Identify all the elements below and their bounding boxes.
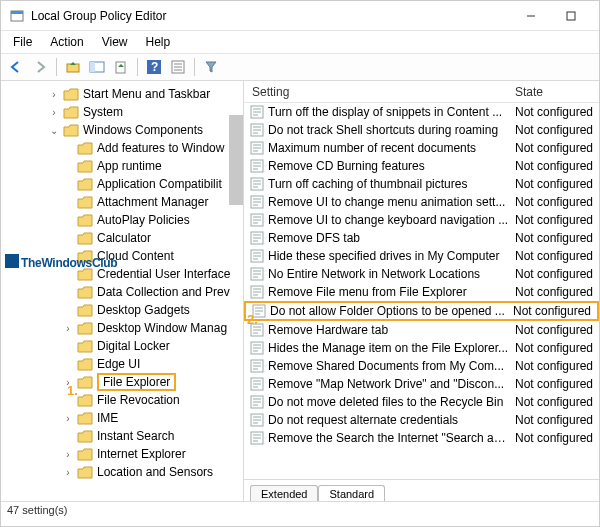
tree-label: Calculator bbox=[97, 231, 151, 245]
maximize-button[interactable] bbox=[551, 2, 591, 30]
tree-node[interactable]: Cloud Content bbox=[7, 247, 243, 265]
export-button[interactable] bbox=[110, 56, 132, 78]
tree-node[interactable]: ›Internet Explorer bbox=[7, 445, 243, 463]
policy-icon bbox=[250, 377, 264, 391]
setting-row[interactable]: Remove "Map Network Drive" and "Discon..… bbox=[244, 375, 599, 393]
forward-button[interactable] bbox=[29, 56, 51, 78]
tree-node[interactable]: ›Location and Sensors bbox=[7, 463, 243, 481]
setting-row[interactable]: Remove Shared Documents from My Com...No… bbox=[244, 357, 599, 375]
setting-label: Remove File menu from File Explorer bbox=[268, 285, 515, 299]
setting-row[interactable]: Remove CD Burning featuresNot configured bbox=[244, 157, 599, 175]
tree-node[interactable]: ›IME bbox=[7, 409, 243, 427]
expand-icon[interactable]: ⌄ bbox=[47, 125, 61, 136]
setting-state: Not configured bbox=[515, 431, 599, 445]
properties-button[interactable] bbox=[167, 56, 189, 78]
tree-node[interactable]: ›File Explorer bbox=[7, 373, 243, 391]
toolbar: ? bbox=[1, 53, 599, 81]
folder-icon bbox=[77, 268, 93, 281]
setting-row[interactable]: Turn off the display of snippets in Cont… bbox=[244, 103, 599, 121]
tree-node[interactable]: AutoPlay Policies bbox=[7, 211, 243, 229]
minimize-button[interactable] bbox=[511, 2, 551, 30]
setting-row[interactable]: Do not allow Folder Options to be opened… bbox=[244, 301, 599, 321]
tree-node[interactable]: File Revocation bbox=[7, 391, 243, 409]
tree-node[interactable]: ›Start Menu and Taskbar bbox=[7, 85, 243, 103]
tree-node[interactable]: Add features to Window bbox=[7, 139, 243, 157]
tree-node[interactable]: ›System bbox=[7, 103, 243, 121]
expand-icon[interactable]: › bbox=[61, 467, 75, 478]
tree-node[interactable]: Digital Locker bbox=[7, 337, 243, 355]
column-headers[interactable]: Setting State bbox=[244, 81, 599, 103]
help-button[interactable]: ? bbox=[143, 56, 165, 78]
setting-row[interactable]: Do not track Shell shortcuts during roam… bbox=[244, 121, 599, 139]
up-button[interactable] bbox=[62, 56, 84, 78]
tree-node[interactable]: Calculator bbox=[7, 229, 243, 247]
setting-label: Remove Hardware tab bbox=[268, 323, 515, 337]
setting-label: No Entire Network in Network Locations bbox=[268, 267, 515, 281]
show-hide-tree-button[interactable] bbox=[86, 56, 108, 78]
setting-row[interactable]: Remove UI to change keyboard navigation … bbox=[244, 211, 599, 229]
tree-node[interactable]: ›Desktop Window Manag bbox=[7, 319, 243, 337]
tree-scrollbar[interactable] bbox=[229, 115, 243, 205]
expand-icon[interactable]: › bbox=[47, 89, 61, 100]
tree-node[interactable]: App runtime bbox=[7, 157, 243, 175]
setting-state: Not configured bbox=[515, 395, 599, 409]
setting-row[interactable]: Hides the Manage item on the File Explor… bbox=[244, 339, 599, 357]
setting-row[interactable]: Remove File menu from File ExplorerNot c… bbox=[244, 283, 599, 301]
setting-state: Not configured bbox=[515, 323, 599, 337]
policy-icon bbox=[250, 359, 264, 373]
menu-help[interactable]: Help bbox=[138, 33, 179, 51]
menu-bar: File Action View Help bbox=[1, 31, 599, 53]
setting-state: Not configured bbox=[515, 359, 599, 373]
tab-extended[interactable]: Extended bbox=[250, 485, 318, 501]
tree-node[interactable]: Application Compatibilit bbox=[7, 175, 243, 193]
expand-icon[interactable]: › bbox=[61, 449, 75, 460]
filter-button[interactable] bbox=[200, 56, 222, 78]
column-setting[interactable]: Setting bbox=[244, 85, 515, 99]
setting-row[interactable]: Do not request alternate credentialsNot … bbox=[244, 411, 599, 429]
tree-node[interactable]: Instant Search bbox=[7, 427, 243, 445]
setting-row[interactable]: Remove the Search the Internet "Search a… bbox=[244, 429, 599, 447]
folder-icon bbox=[77, 412, 93, 425]
policy-icon bbox=[250, 249, 264, 263]
setting-state: Not configured bbox=[515, 141, 599, 155]
tree-label: File Explorer bbox=[97, 373, 176, 391]
setting-row[interactable]: Turn off caching of thumbnail picturesNo… bbox=[244, 175, 599, 193]
expand-icon[interactable]: › bbox=[61, 323, 75, 334]
settings-list[interactable]: Turn off the display of snippets in Cont… bbox=[244, 103, 599, 479]
tree-label: Internet Explorer bbox=[97, 447, 186, 461]
tree-label: Location and Sensors bbox=[97, 465, 213, 479]
tree-node[interactable]: Credential User Interface bbox=[7, 265, 243, 283]
back-button[interactable] bbox=[5, 56, 27, 78]
setting-row[interactable]: Remove DFS tabNot configured bbox=[244, 229, 599, 247]
expand-icon[interactable]: › bbox=[61, 413, 75, 424]
setting-label: Do not allow Folder Options to be opened… bbox=[270, 304, 513, 318]
folder-icon bbox=[77, 160, 93, 173]
setting-row[interactable]: No Entire Network in Network LocationsNo… bbox=[244, 265, 599, 283]
tab-standard[interactable]: Standard bbox=[318, 485, 385, 501]
tree-node[interactable]: Attachment Manager bbox=[7, 193, 243, 211]
menu-view[interactable]: View bbox=[94, 33, 136, 51]
tree-node[interactable]: Desktop Gadgets bbox=[7, 301, 243, 319]
setting-row[interactable]: Remove UI to change menu animation sett.… bbox=[244, 193, 599, 211]
policy-tree[interactable]: ›Start Menu and Taskbar›System⌄Windows C… bbox=[1, 85, 243, 481]
setting-row[interactable]: Remove Hardware tabNot configured bbox=[244, 321, 599, 339]
setting-row[interactable]: Do not move deleted files to the Recycle… bbox=[244, 393, 599, 411]
tree-label: Cloud Content bbox=[97, 249, 174, 263]
menu-file[interactable]: File bbox=[5, 33, 40, 51]
tree-label: Desktop Window Manag bbox=[97, 321, 227, 335]
folder-icon bbox=[77, 142, 93, 155]
policy-icon bbox=[250, 105, 264, 119]
tree-node[interactable]: Data Collection and Prev bbox=[7, 283, 243, 301]
setting-row[interactable]: Hide these specified drives in My Comput… bbox=[244, 247, 599, 265]
view-tabs: Extended Standard bbox=[244, 479, 599, 501]
menu-action[interactable]: Action bbox=[42, 33, 91, 51]
callout-2: 2. bbox=[247, 312, 258, 327]
content-area: ›Start Menu and Taskbar›System⌄Windows C… bbox=[1, 81, 599, 501]
tree-node[interactable]: ⌄Windows Components bbox=[7, 121, 243, 139]
setting-row[interactable]: Maximum number of recent documentsNot co… bbox=[244, 139, 599, 157]
status-bar: 47 setting(s) bbox=[1, 501, 599, 522]
tree-node[interactable]: Edge UI bbox=[7, 355, 243, 373]
expand-icon[interactable]: › bbox=[47, 107, 61, 118]
folder-icon bbox=[77, 394, 93, 407]
column-state[interactable]: State bbox=[515, 85, 599, 99]
